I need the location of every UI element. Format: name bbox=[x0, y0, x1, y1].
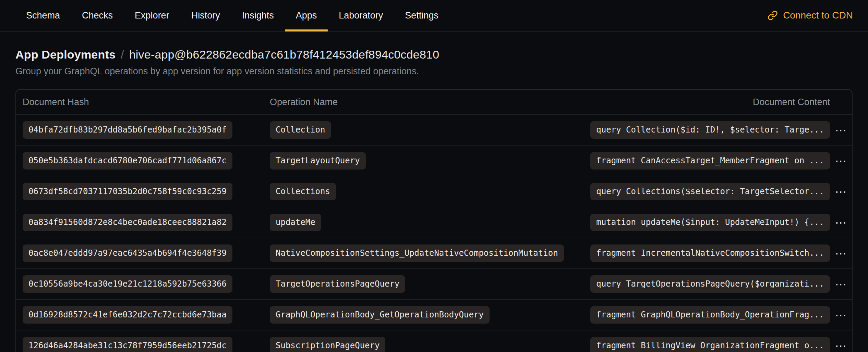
nav-tab-label: Apps bbox=[296, 10, 317, 21]
table-row: 0a834f91560d872e8c4bec0ade18ceec88821a82… bbox=[16, 207, 852, 238]
operation-name-chip: TargetOperationsPageQuery bbox=[270, 275, 405, 293]
operation-name-chip: Collections bbox=[270, 183, 336, 200]
document-content-chip: fragment BillingView_OrganizationFragmen… bbox=[590, 337, 830, 352]
operation-name-chip: TargetLayoutQuery bbox=[270, 152, 366, 169]
nav-tab-label: Insights bbox=[242, 10, 274, 21]
nav-tab-insights[interactable]: Insights bbox=[231, 0, 285, 31]
operation-name-chip: NativeCompositionSettings_UpdateNativeCo… bbox=[270, 244, 564, 262]
table-body: 04bfa72dfb83b297dd8a5b6fed9bafac2b395a0f… bbox=[16, 114, 852, 352]
nav-tab-label: Schema bbox=[26, 10, 60, 21]
document-hash-chip: 050e5b363dafdcacd6780e706cadf771d06a867c bbox=[23, 152, 232, 169]
nav-tab-laboratory[interactable]: Laboratory bbox=[328, 0, 394, 31]
operation-name-chip: Collection bbox=[270, 121, 331, 139]
table-row: 050e5b363dafdcacd6780e706cadf771d06a867c… bbox=[16, 145, 852, 176]
nav-tab-label: Settings bbox=[405, 10, 438, 21]
document-hash-chip: 0673df58cd7037117035b2d0c758f59c0c93c259 bbox=[23, 183, 232, 200]
link-icon bbox=[768, 10, 778, 21]
table-row: 0c10556a9be4ca30e19e21c1218a592b75e63366… bbox=[16, 268, 852, 299]
nav-tab-explorer[interactable]: Explorer bbox=[124, 0, 180, 31]
page-subtitle: Group your GraphQL operations by app ver… bbox=[15, 66, 853, 77]
document-content-chip: fragment IncrementalNativeCompositionSwi… bbox=[590, 244, 830, 262]
row-more-button[interactable]: ⋯ bbox=[834, 155, 848, 166]
document-content-chip: fragment GraphQLOperationBody_OperationF… bbox=[590, 306, 830, 324]
row-more-button[interactable]: ⋯ bbox=[834, 186, 848, 197]
row-more-button[interactable]: ⋯ bbox=[834, 310, 848, 320]
document-content-chip: query TargetOperationsPageQuery($organiz… bbox=[590, 275, 830, 293]
document-content-chip: query Collection($id: ID!, $selector: Ta… bbox=[590, 121, 830, 139]
connect-to-cdn-label: Connect to CDN bbox=[783, 10, 853, 21]
page-title: App Deployments/hive-app@b622862ecdba7c6… bbox=[15, 48, 853, 61]
breadcrumb-current-version: hive-app@b622862ecdba7c61b78f412453def89… bbox=[129, 48, 439, 61]
nav-tab-label: Explorer bbox=[135, 10, 169, 21]
connect-to-cdn-button[interactable]: Connect to CDN bbox=[768, 0, 853, 31]
row-more-button[interactable]: ⋯ bbox=[834, 340, 848, 351]
column-header-operation-name: Operation Name bbox=[270, 97, 753, 108]
nav-tab-apps[interactable]: Apps bbox=[285, 0, 328, 31]
table-row: 04bfa72dfb83b297dd8a5b6fed9bafac2b395a0f… bbox=[16, 114, 852, 145]
document-hash-chip: 0ac8e047eddd97a97eac6435a4b694f4e3648f39 bbox=[23, 244, 232, 262]
column-header-document-content: Document Content bbox=[753, 97, 830, 108]
nav-tab-checks[interactable]: Checks bbox=[71, 0, 124, 31]
table-row: 0d16928d8572c41ef6e032d2c7c72ccbd6e73baa… bbox=[16, 299, 852, 330]
nav-tab-label: History bbox=[191, 10, 220, 21]
document-content-chip: query Collections($selector: TargetSelec… bbox=[590, 183, 830, 200]
breadcrumb-app-deployments[interactable]: App Deployments bbox=[15, 48, 116, 61]
document-hash-chip: 126d46a4284abe31c13c78f7959d56eeb21725dc bbox=[23, 337, 232, 352]
document-hash-chip: 04bfa72dfb83b297dd8a5b6fed9bafac2b395a0f bbox=[23, 121, 232, 139]
column-header-document-hash: Document Hash bbox=[23, 97, 270, 108]
document-hash-chip: 0c10556a9be4ca30e19e21c1218a592b75e63366 bbox=[23, 275, 232, 293]
document-hash-chip: 0a834f91560d872e8c4bec0ade18ceec88821a82 bbox=[23, 214, 232, 231]
document-hash-chip: 0d16928d8572c41ef6e032d2c7c72ccbd6e73baa bbox=[23, 306, 232, 324]
nav-tab-settings[interactable]: Settings bbox=[394, 0, 449, 31]
table-row: 0673df58cd7037117035b2d0c758f59c0c93c259… bbox=[16, 176, 852, 207]
row-more-button[interactable]: ⋯ bbox=[834, 217, 848, 228]
nav-tab-history[interactable]: History bbox=[180, 0, 231, 31]
operation-name-chip: updateMe bbox=[270, 214, 321, 231]
row-more-button[interactable]: ⋯ bbox=[834, 248, 848, 259]
operation-name-chip: SubscriptionPageQuery bbox=[270, 337, 385, 352]
app-deployment-page: App Deployments/hive-app@b622862ecdba7c6… bbox=[0, 48, 868, 352]
deployments-table: Document Hash Operation Name Document Co… bbox=[15, 89, 853, 352]
row-more-button[interactable]: ⋯ bbox=[834, 125, 848, 136]
document-content-chip: mutation updateMe($input: UpdateMeInput!… bbox=[590, 214, 830, 231]
nav-tabs: Schema Checks Explorer History Insights … bbox=[15, 0, 449, 31]
document-content-chip: fragment CanAccessTarget_MemberFragment … bbox=[590, 152, 830, 169]
table-header-row: Document Hash Operation Name Document Co… bbox=[16, 90, 852, 114]
operation-name-chip: GraphQLOperationBody_GetOperationBodyQue… bbox=[270, 306, 490, 324]
breadcrumb-separator: / bbox=[121, 48, 124, 61]
nav-tab-label: Laboratory bbox=[339, 10, 383, 21]
nav-tab-label: Checks bbox=[82, 10, 113, 21]
table-row: 0ac8e047eddd97a97eac6435a4b694f4e3648f39… bbox=[16, 238, 852, 268]
top-nav: Schema Checks Explorer History Insights … bbox=[0, 0, 868, 32]
nav-tab-schema[interactable]: Schema bbox=[15, 0, 71, 31]
table-row: 126d46a4284abe31c13c78f7959d56eeb21725dc… bbox=[16, 330, 852, 352]
row-more-button[interactable]: ⋯ bbox=[834, 279, 848, 290]
